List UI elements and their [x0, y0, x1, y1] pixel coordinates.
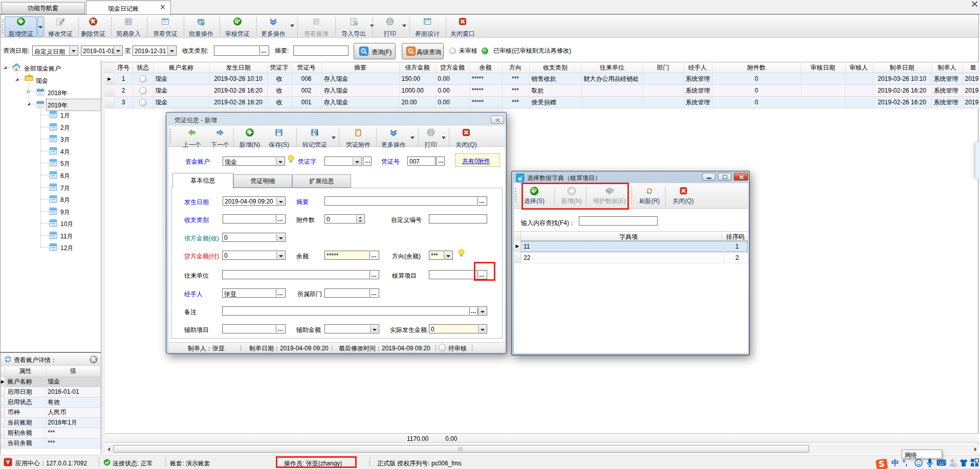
svg-text:21: 21 [38, 92, 42, 95]
svg-text:21: 21 [38, 104, 42, 107]
